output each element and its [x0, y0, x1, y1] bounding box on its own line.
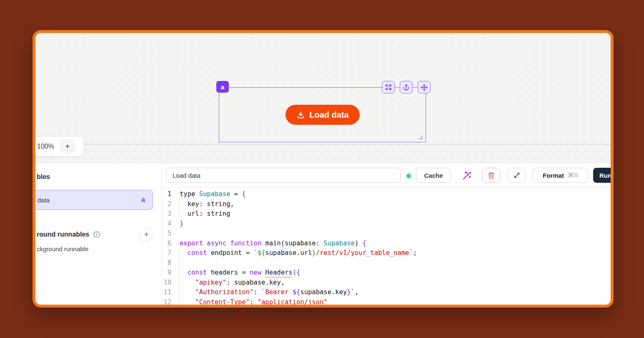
runnable-item-selected[interactable]: data a — [35, 190, 153, 210]
delete-button[interactable] — [482, 168, 500, 183]
expand-arrows-icon — [385, 84, 392, 91]
line-number: 9 — [162, 268, 171, 278]
window-content: 100% + a — [35, 33, 611, 305]
zoom-control: 100% + — [35, 137, 84, 156]
background-runnables-section: round runnables — [37, 231, 100, 238]
code-line[interactable]: 3 url: string — [162, 209, 611, 219]
resize-handle[interactable] — [418, 136, 422, 139]
cache-button[interactable]: Cache — [416, 168, 451, 183]
load-data-button[interactable]: Load data — [285, 105, 359, 125]
runnables-header: bles — [37, 173, 50, 181]
component-handles — [382, 81, 431, 93]
line-number: 1 — [162, 189, 171, 199]
move-icon — [421, 84, 428, 91]
code-line-content — [171, 258, 611, 268]
app-background: { "colors": { "frame_orange": "#F1771C",… — [0, 0, 644, 338]
code-line-content: const endpoint = `${supabase.url}/rest/v… — [171, 248, 611, 258]
format-button-label: Format — [543, 172, 564, 179]
selected-component[interactable]: a — [219, 87, 426, 142]
move-component-button[interactable] — [418, 81, 431, 93]
run-button[interactable]: Run — [593, 168, 611, 183]
code-line[interactable]: 1type Supabase = { — [162, 189, 611, 199]
anchor-icon — [403, 84, 410, 91]
code-line-content: key: string, — [171, 199, 611, 209]
download-icon — [296, 111, 305, 119]
zoom-level: 100% — [37, 143, 54, 150]
format-button[interactable]: Format ⌘S — [532, 168, 589, 183]
zoom-in-button[interactable]: + — [60, 139, 75, 154]
component-id-badge: a — [216, 81, 229, 93]
line-number: 3 — [162, 209, 171, 219]
bottom-panel: bles data a round runnables + ckground r… — [35, 163, 611, 305]
line-number: 4 — [162, 219, 171, 229]
line-number: 2 — [162, 199, 171, 209]
background-runnables-label: round runnables — [37, 231, 89, 238]
line-number: 6 — [162, 239, 171, 249]
line-number: 12 — [162, 298, 171, 305]
line-number: 5 — [162, 229, 171, 239]
line-number: 11 — [162, 288, 171, 298]
code-line[interactable]: 8 — [162, 258, 611, 268]
runnable-item-badge: a — [141, 196, 145, 204]
status-dot — [406, 174, 411, 178]
runnables-sidebar: bles data a round runnables + ckground r… — [35, 163, 162, 305]
code-line[interactable]: 11 "Authorization": `Bearer ${supabase.k… — [162, 288, 611, 298]
line-number: 8 — [162, 258, 171, 268]
diagonal-expand-icon — [514, 172, 520, 179]
magic-wand-icon — [462, 171, 472, 181]
anchor-component-button[interactable] — [400, 81, 413, 93]
load-data-button-label: Load data — [309, 110, 348, 120]
code-line[interactable]: 2 key: string, — [162, 199, 611, 209]
code-line-content — [171, 229, 611, 239]
expand-editor-button[interactable] — [508, 168, 526, 183]
code-line[interactable]: 12 "Content-Type": "application/json" — [162, 298, 611, 305]
canvas-page-boundary — [35, 144, 611, 145]
code-line[interactable]: 5 — [162, 229, 611, 239]
ai-assist-button[interactable] — [461, 170, 472, 181]
line-number: 10 — [162, 278, 171, 288]
background-runnables-empty-text: ckground runnable — [37, 245, 88, 252]
info-icon[interactable] — [93, 231, 100, 238]
code-line-content: const headers = new Headers({ — [171, 268, 611, 278]
code-line-content: url: string — [171, 209, 611, 219]
app-window: 100% + a — [33, 30, 614, 308]
expand-component-button[interactable] — [382, 81, 395, 93]
line-number: 7 — [162, 248, 171, 258]
trash-icon — [488, 172, 495, 179]
editor-toolbar: Cache — [162, 163, 611, 187]
code-line-content: "apikey": supabase.key, — [171, 278, 611, 288]
runnable-item-label: data — [38, 197, 50, 204]
code-line-content: } — [171, 219, 611, 229]
code-line-content: type Supabase = { — [171, 189, 611, 199]
code-line-content: export async function main(supabase: Sup… — [171, 239, 611, 249]
app-canvas[interactable]: 100% + a — [35, 33, 611, 163]
code-line-content: "Content-Type": "application/json" — [171, 298, 611, 305]
code-editor[interactable]: 1type Supabase = {2 key: string,3 url: s… — [162, 187, 611, 305]
add-background-runnable-button[interactable]: + — [140, 228, 153, 241]
code-line[interactable]: 7 const endpoint = `${supabase.url}/rest… — [162, 248, 611, 258]
code-line-content: "Authorization": `Bearer ${supabase.key}… — [171, 288, 611, 298]
format-shortcut: ⌘S — [568, 172, 578, 179]
code-line[interactable]: 4} — [162, 219, 611, 229]
code-line[interactable]: 6export async function main(supabase: Su… — [162, 239, 611, 249]
runnable-name-input[interactable] — [166, 168, 401, 183]
code-line[interactable]: 10 "apikey": supabase.key, — [162, 278, 611, 288]
code-editor-panel: Cache — [162, 163, 611, 305]
code-line[interactable]: 9 const headers = new Headers({ — [162, 268, 611, 278]
